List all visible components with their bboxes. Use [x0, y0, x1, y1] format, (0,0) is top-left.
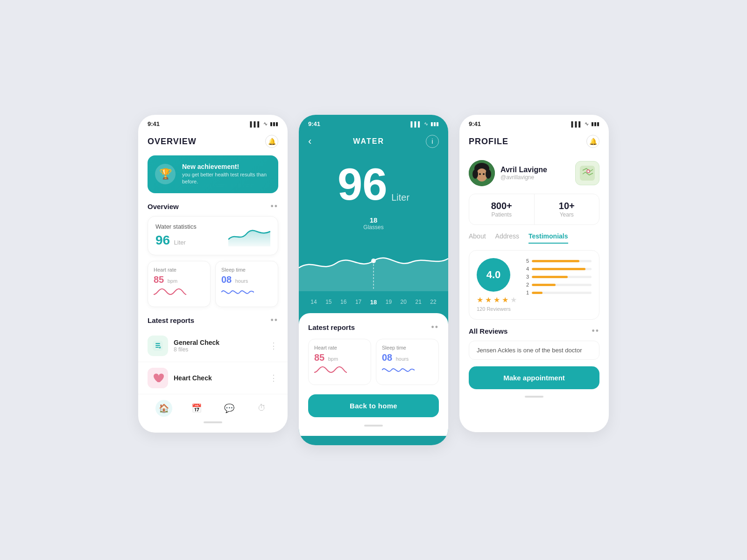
nav-chat[interactable]: 💬: [221, 400, 238, 417]
status-icons-1: ▌▌▌ ∿ ▮▮▮: [250, 121, 278, 127]
svg-point-11: [483, 173, 485, 175]
water-reports-header: Latest reports ••: [308, 322, 439, 332]
rating-stars: ★ ★ ★ ★ ★: [477, 295, 517, 304]
general-check-dots[interactable]: ⋮: [269, 341, 278, 351]
achievement-banner: 🏆 New achievement! you get better health…: [148, 155, 278, 193]
water-num: 96: [338, 159, 388, 209]
profile-stats: 800+ Patients 10+ Years: [469, 194, 599, 225]
all-reviews-header: All Reviews ••: [459, 326, 609, 336]
time-14: 14: [310, 299, 317, 306]
mini-charts-row: Heart rate 85 bpm Sleep time 08 hours: [148, 261, 278, 307]
latest-reports-header: Latest reports ••: [138, 315, 288, 325]
report-heart: Heart Check ⋮: [138, 362, 288, 394]
back-button[interactable]: ‹: [308, 135, 311, 147]
heart-rate-value: 85: [154, 274, 164, 285]
water-sleep-label: Sleep time: [382, 345, 433, 350]
overview-more-btn[interactable]: ••: [270, 202, 278, 211]
tab-address[interactable]: Address: [495, 232, 519, 244]
water-heart-sparkline: [314, 363, 365, 379]
sleep-unit: hours: [235, 278, 248, 284]
water-mini-charts: Heart rate 85 bpm Sleep time 08 hours: [308, 339, 439, 385]
water-bottom-section: Latest reports •• Heart rate 85 bpm Slee…: [299, 313, 448, 436]
bottom-nav-1: 🏠 📅 💬 ⏱: [138, 394, 288, 417]
water-title: WATER: [353, 137, 384, 146]
svg-point-15: [587, 170, 589, 172]
sleep-value: 08: [221, 274, 232, 285]
wifi-icon-3: ∿: [585, 121, 589, 127]
report-general: General Check 8 files ⋮: [138, 330, 288, 362]
scroll-indicator-1: [204, 421, 222, 423]
status-bar-2: 9:41 ▌▌▌ ∿ ▮▮▮: [299, 115, 448, 130]
heart-rate-label: Heart rate: [154, 267, 204, 273]
bar-label-3: 3: [524, 274, 529, 280]
status-bar-3: 9:41 ▌▌▌ ∿ ▮▮▮: [459, 115, 609, 130]
bar-track-1: [532, 292, 592, 294]
svg-rect-0: [153, 341, 163, 351]
profile-name-info: Avril Lavigne @avrillavigne: [500, 166, 547, 181]
time-2: 9:41: [308, 120, 320, 127]
profile-handle: @avrillavigne: [500, 174, 547, 181]
tab-about[interactable]: About: [469, 232, 486, 244]
time-1: 9:41: [148, 120, 160, 127]
glasses-num: 18: [299, 216, 448, 224]
water-reports-more[interactable]: ••: [431, 322, 439, 332]
signal-icon-3: ▌▌▌: [571, 121, 582, 127]
sleep-sparkline: [221, 285, 254, 299]
latest-reports-more[interactable]: ••: [270, 315, 278, 325]
water-stats-info: Water statistics 96 Liter: [155, 223, 197, 248]
heart-rate-unit: bpm: [168, 278, 177, 284]
rating-score: 4.0: [477, 258, 510, 292]
water-sparkline-container: [228, 223, 270, 248]
profile-bell-button[interactable]: 🔔: [586, 135, 599, 148]
profile-header: PROFILE 🔔: [459, 130, 609, 148]
star-4: ★: [502, 295, 508, 304]
overview-section-title: Overview: [148, 203, 179, 210]
years-stat: 10+ Years: [535, 194, 599, 224]
info-button[interactable]: i: [426, 135, 439, 148]
water-heart-label: Heart rate: [314, 345, 365, 350]
tab-testimonials[interactable]: Testimonials: [529, 232, 568, 244]
bar-row-1: 1: [524, 290, 592, 295]
years-label: Years: [539, 211, 595, 218]
make-appointment-button[interactable]: Make appointment: [469, 366, 599, 389]
overview-section-header: Overview ••: [138, 202, 288, 211]
svg-point-9: [486, 169, 491, 179]
water-stats-label: Water statistics: [155, 223, 197, 230]
bar-label-1: 1: [524, 290, 529, 295]
water-sparkline: [228, 223, 270, 246]
time-3: 9:41: [469, 120, 481, 127]
status-icons-2: ▌▌▌ ∿ ▮▮▮: [411, 121, 439, 127]
time-18[interactable]: 18: [370, 299, 377, 306]
bar-fill-3: [532, 276, 568, 278]
profile-screen: 9:41 ▌▌▌ ∿ ▮▮▮ PROFILE 🔔: [459, 115, 609, 432]
bar-label-2: 2: [524, 282, 529, 287]
achievement-text: New achievement! you get better health t…: [182, 163, 271, 186]
bell-button[interactable]: 🔔: [265, 135, 278, 148]
nav-calendar[interactable]: 📅: [188, 400, 205, 417]
glasses-display: 18 Glasses: [299, 216, 448, 231]
heart-check-dots[interactable]: ⋮: [269, 373, 278, 383]
nav-home[interactable]: 🏠: [155, 400, 172, 417]
patients-label: Patients: [474, 211, 529, 218]
screens-container: 9:41 ▌▌▌ ∿ ▮▮▮ OVERVIEW 🔔 🏆 New achievem…: [138, 115, 609, 445]
svg-point-4: [371, 259, 376, 263]
battery-icon-2: ▮▮▮: [430, 121, 439, 127]
all-reviews-more[interactable]: ••: [592, 326, 599, 336]
water-heart-value: 85: [314, 352, 324, 363]
status-bar-1: 9:41 ▌▌▌ ∿ ▮▮▮: [138, 115, 288, 130]
bar-label-5: 5: [524, 258, 529, 264]
nav-clock[interactable]: ⏱: [254, 400, 270, 417]
scroll-indicator-2: [364, 425, 383, 427]
back-home-button[interactable]: Back to home: [308, 394, 439, 417]
profile-info: Avril Lavigne @avrillavigne: [469, 160, 547, 186]
latest-reports-title: Latest reports: [148, 316, 194, 324]
water-sleep-value: 08: [382, 352, 392, 363]
water-sleep-sparkline: [382, 363, 433, 379]
bar-track-4: [532, 268, 592, 270]
years-num: 10+: [539, 201, 595, 211]
time-20: 20: [401, 299, 407, 306]
reviewers-count: 120 Reviewers: [477, 306, 517, 312]
scroll-indicator-3: [525, 396, 543, 398]
general-check-sub: 8 files: [174, 346, 264, 353]
achievement-icon: 🏆: [155, 164, 176, 184]
